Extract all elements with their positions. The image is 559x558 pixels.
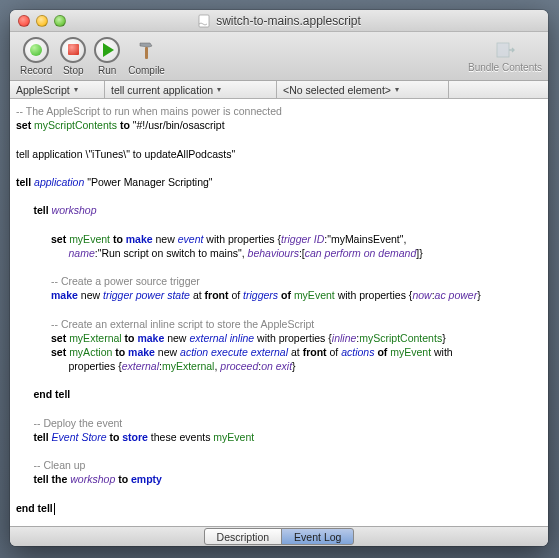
bundle-icon bbox=[494, 40, 516, 60]
tab-description[interactable]: Description bbox=[204, 528, 283, 545]
element-popup[interactable]: <No selected element> ▾ bbox=[277, 81, 449, 98]
comment: -- The AppleScript to run when mains pow… bbox=[16, 105, 282, 117]
tab-event-log[interactable]: Event Log bbox=[281, 528, 354, 545]
titlebar[interactable]: switch-to-mains.applescript bbox=[10, 10, 548, 32]
target-label: tell current application bbox=[111, 84, 213, 96]
bundle-contents-button[interactable]: Bundle Contents bbox=[468, 40, 542, 73]
nav-spacer bbox=[449, 81, 548, 98]
zoom-icon[interactable] bbox=[54, 15, 66, 27]
stop-label: Stop bbox=[63, 65, 84, 76]
bottom-bar: Description Event Log bbox=[10, 526, 548, 546]
language-popup[interactable]: AppleScript ▾ bbox=[10, 81, 105, 98]
stop-button[interactable]: Stop bbox=[60, 37, 86, 76]
script-icon bbox=[197, 14, 211, 28]
record-button[interactable]: Record bbox=[20, 37, 52, 76]
window-title: switch-to-mains.applescript bbox=[10, 14, 548, 28]
text-cursor bbox=[54, 503, 55, 515]
chevron-down-icon: ▾ bbox=[74, 85, 78, 94]
chevron-down-icon: ▾ bbox=[217, 85, 221, 94]
applescript-editor-window: switch-to-mains.applescript Record Stop … bbox=[10, 10, 548, 546]
svg-rect-0 bbox=[199, 15, 209, 27]
toolbar: Record Stop Run Compile Bundle Contents bbox=[10, 32, 548, 81]
close-icon[interactable] bbox=[18, 15, 30, 27]
compile-button[interactable]: Compile bbox=[128, 37, 165, 76]
run-button[interactable]: Run bbox=[94, 37, 120, 76]
bundle-label: Bundle Contents bbox=[468, 62, 542, 73]
record-label: Record bbox=[20, 65, 52, 76]
minimize-icon[interactable] bbox=[36, 15, 48, 27]
language-label: AppleScript bbox=[16, 84, 70, 96]
hammer-icon bbox=[134, 37, 160, 63]
target-popup[interactable]: tell current application ▾ bbox=[105, 81, 277, 98]
code-editor[interactable]: -- The AppleScript to run when mains pow… bbox=[10, 99, 548, 526]
chevron-down-icon: ▾ bbox=[395, 85, 399, 94]
svg-rect-1 bbox=[145, 47, 148, 59]
navigation-bar: AppleScript ▾ tell current application ▾… bbox=[10, 81, 548, 99]
title-text: switch-to-mains.applescript bbox=[216, 14, 361, 28]
traffic-lights bbox=[18, 15, 66, 27]
compile-label: Compile bbox=[128, 65, 165, 76]
element-label: <No selected element> bbox=[283, 84, 391, 96]
svg-rect-2 bbox=[497, 43, 509, 57]
run-label: Run bbox=[98, 65, 116, 76]
